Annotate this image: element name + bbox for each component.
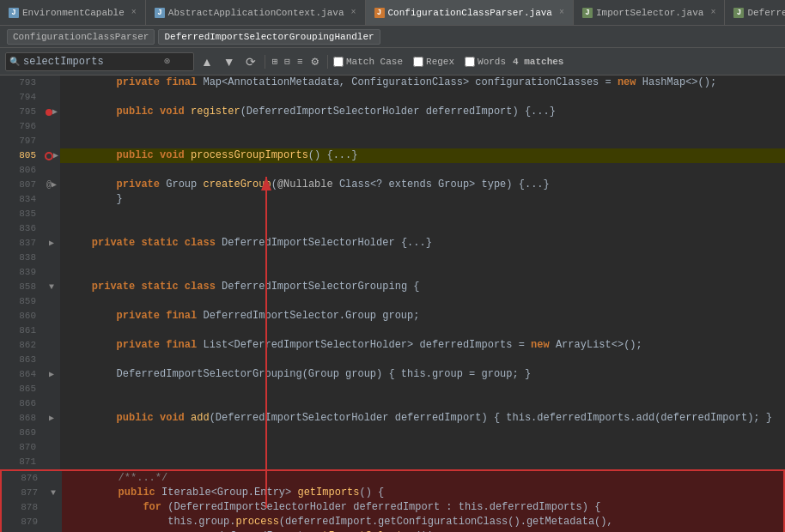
- line-content-876: /**...*/: [62, 471, 783, 486]
- gutter-dot-795: [46, 109, 52, 116]
- gutter-expand-805[interactable]: ▶: [53, 148, 58, 163]
- match-case-checkbox[interactable]: [333, 57, 344, 67]
- words-checkbox[interactable]: [465, 57, 475, 67]
- gutter-796: [43, 119, 60, 134]
- tab-label-import: ImportSelector.java: [596, 8, 703, 18]
- search-sep2: [327, 55, 328, 69]
- tab-close-env[interactable]: ×: [131, 8, 137, 17]
- line-794: 794: [0, 90, 785, 105]
- line-num-861: 861: [0, 323, 43, 338]
- tab-label-deferred: DeferredImpo...: [747, 8, 785, 18]
- tab-env[interactable]: J EnvironmentCapable ×: [0, 0, 146, 26]
- tab-icon-config: J: [374, 8, 385, 18]
- search-refresh-btn[interactable]: ⟳: [242, 53, 259, 70]
- words-label: Words: [478, 57, 506, 67]
- search-input-wrapper[interactable]: 🔍 ⊗: [5, 52, 194, 71]
- tab-import[interactable]: J ImportSelector.java ×: [574, 0, 725, 26]
- search-input[interactable]: [23, 56, 161, 68]
- line-num-835: 835: [0, 207, 43, 221]
- line-content-834: }: [60, 192, 785, 207]
- line-num-797: 797: [0, 134, 43, 148]
- regex-label: Regex: [426, 57, 454, 67]
- tab-label-config: ConfigurationClassParser.java: [388, 8, 552, 18]
- match-case-option[interactable]: Match Case: [333, 57, 403, 67]
- line-877: 877 ▼ public Iterable<Group.Entry> getIm…: [0, 486, 785, 500]
- line-862: 862 private final List<DeferredImportSel…: [0, 338, 785, 353]
- breadcrumb-bar: ConfigurationClassParser DeferredImportS…: [0, 26, 785, 48]
- line-content-879: this.group.process(deferredImport.getCon…: [62, 515, 783, 529]
- tab-config[interactable]: J ConfigurationClassParser.java ×: [366, 0, 574, 26]
- line-866: 866: [0, 396, 785, 411]
- gutter-805: ▶: [43, 148, 60, 163]
- line-num-834: 834: [0, 192, 43, 207]
- gutter-860: [43, 309, 60, 323]
- gutter-876: [45, 471, 62, 486]
- line-content-837: private static class DeferredImportSelec…: [60, 236, 785, 251]
- line-795: 795 ▶ public void register(DeferredImpor…: [0, 105, 785, 119]
- gutter-793: [43, 76, 60, 90]
- tab-close-import[interactable]: ×: [710, 8, 715, 17]
- line-content-877: public Iterable<Group.Entry> getImports(…: [62, 486, 783, 500]
- line-num-871: 871: [0, 455, 43, 469]
- gutter-circle-805: [45, 152, 53, 160]
- line-content-862: private final List<DeferredImportSelecto…: [60, 338, 785, 353]
- gutter-835: [43, 207, 60, 221]
- search-prev-btn[interactable]: ▲: [198, 53, 216, 70]
- search-clear-btn[interactable]: ⊗: [164, 55, 170, 68]
- line-num-859: 859: [0, 294, 43, 309]
- regex-option[interactable]: Regex: [413, 57, 454, 67]
- gutter-878: [45, 500, 62, 515]
- line-content-806: [60, 163, 785, 178]
- gutter-794: [43, 90, 60, 105]
- line-num-796: 796: [0, 119, 43, 134]
- gutter-expand-807[interactable]: ▶: [52, 178, 57, 192]
- line-content-870: [60, 440, 785, 455]
- line-859: 859: [0, 294, 785, 309]
- gutter-collapse-858[interactable]: ▼: [49, 280, 54, 294]
- tab-label-abstract: AbstractApplicationContext.java: [168, 8, 344, 18]
- line-num-837: 837: [0, 236, 43, 251]
- search-settings-btn[interactable]: ⚙: [308, 52, 322, 70]
- gutter-expand-837[interactable]: ▶: [49, 236, 54, 251]
- line-num-795: 795: [0, 105, 43, 119]
- tab-abstract[interactable]: J AbstractApplicationContext.java ×: [146, 0, 366, 26]
- gutter-collapse-877[interactable]: ▼: [51, 486, 56, 500]
- regex-checkbox[interactable]: [413, 57, 423, 67]
- line-871: 871: [0, 455, 785, 469]
- search-icon2: ⊞: [272, 56, 278, 67]
- words-option[interactable]: Words: [465, 57, 506, 67]
- line-num-807: 807: [0, 178, 43, 192]
- breadcrumb-config[interactable]: ConfigurationClassParser: [7, 29, 155, 45]
- line-876: 876 /**...*/: [0, 469, 785, 486]
- line-content-865: [60, 382, 785, 396]
- tab-label-env: EnvironmentCapable: [22, 8, 125, 18]
- tab-deferred[interactable]: J DeferredImpo...: [725, 0, 785, 26]
- tab-close-abstract[interactable]: ×: [350, 8, 356, 17]
- line-num-806: 806: [0, 163, 43, 178]
- line-807: 807 @ ▶ private Group createGroup(@Nulla…: [0, 178, 785, 192]
- gutter-expand-795[interactable]: ▶: [52, 105, 58, 119]
- gutter-807: @ ▶: [43, 178, 60, 192]
- line-865: 865: [0, 382, 785, 396]
- gutter-837: ▶: [43, 236, 60, 251]
- gutter-795: ▶: [43, 105, 60, 119]
- line-content-797: [60, 134, 785, 148]
- gutter-expand-868[interactable]: ▶: [49, 411, 54, 426]
- line-879: 879 this.group.process(deferredImport.ge…: [0, 515, 785, 529]
- app-container: J EnvironmentCapable × J AbstractApplica…: [0, 0, 785, 532]
- gutter-877: ▼: [45, 486, 62, 500]
- breadcrumb-handler[interactable]: DeferredImportSelectorGroupingHandler: [158, 29, 380, 45]
- code-area: 793 private final Map<AnnotationMetadata…: [0, 76, 785, 532]
- line-content-868: public void add(DeferredImportSelectorHo…: [60, 411, 785, 426]
- tab-icon-deferred: J: [733, 8, 744, 18]
- search-next-btn[interactable]: ▼: [220, 53, 239, 70]
- gutter-expand-864[interactable]: ▶: [49, 367, 54, 382]
- line-863: 863: [0, 353, 785, 367]
- line-861: 861: [0, 323, 785, 338]
- line-num-878: 878: [2, 500, 45, 515]
- line-num-869: 869: [0, 426, 43, 440]
- gutter-870: [43, 440, 60, 455]
- gutter-879: [45, 515, 62, 529]
- line-836: 836: [0, 221, 785, 236]
- tab-close-config[interactable]: ×: [559, 8, 564, 17]
